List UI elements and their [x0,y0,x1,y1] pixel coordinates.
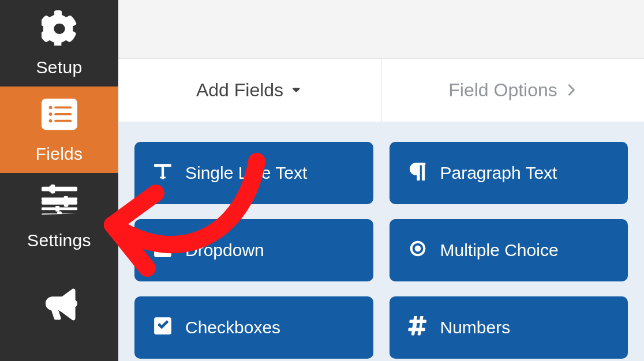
svg-rect-6 [160,176,166,178]
main-area: Add Fields Field Options Single Line Tex… [118,0,644,361]
field-numbers[interactable]: Numbers [390,296,628,359]
svg-rect-3 [49,186,53,192]
radio-icon [408,239,428,262]
chevron-right-icon [564,80,577,101]
sidebar-item-label: Settings [27,231,91,250]
sidebar-item-setup[interactable]: Setup [0,0,118,87]
check-square-icon [153,316,173,340]
tab-field-options[interactable]: Field Options [381,59,644,122]
sidebar-item-settings[interactable]: Settings [0,173,118,260]
sidebar-item-label: Fields [36,144,83,164]
field-label: Numbers [440,318,511,337]
paragraph-icon [408,161,428,185]
field-checkboxes[interactable]: Checkboxes [134,296,373,359]
field-label: Checkboxes [185,318,280,337]
list-icon [42,96,77,136]
fields-panel: Single Line Text Paragraph Text Dropdown… [118,122,644,361]
field-label: Multiple Choice [440,240,559,260]
field-label: Dropdown [185,240,264,260]
chevron-down-icon [290,80,303,101]
text-cursor-icon [153,161,173,185]
svg-rect-0 [42,197,77,200]
field-paragraph-text[interactable]: Paragraph Text [390,142,628,204]
svg-rect-5 [55,205,59,211]
hash-icon [408,316,428,340]
tab-label: Add Fields [196,80,283,101]
sidebar-item-marketing[interactable] [0,260,118,361]
app-root: Setup Fields Settings Add Fields [0,0,644,361]
tabs: Add Fields Field Options [118,59,644,122]
svg-rect-4 [63,196,68,202]
tab-label: Field Options [448,80,557,101]
field-label: Paragraph Text [440,163,557,183]
field-single-line-text[interactable]: Single Line Text [134,142,373,204]
sliders-icon [42,183,77,223]
gear-icon [42,10,77,50]
bullhorn-icon [42,287,77,326]
sidebar-item-label: Setup [36,58,83,77]
tab-add-fields[interactable]: Add Fields [118,59,381,122]
sidebar: Setup Fields Settings [0,0,118,361]
sidebar-item-fields[interactable]: Fields [0,87,118,173]
svg-rect-1 [42,187,77,190]
caret-square-icon [153,239,173,262]
field-label: Single Line Text [185,163,307,183]
field-dropdown[interactable]: Dropdown [134,219,373,281]
field-multiple-choice[interactable]: Multiple Choice [390,219,628,281]
top-strip [118,0,644,59]
